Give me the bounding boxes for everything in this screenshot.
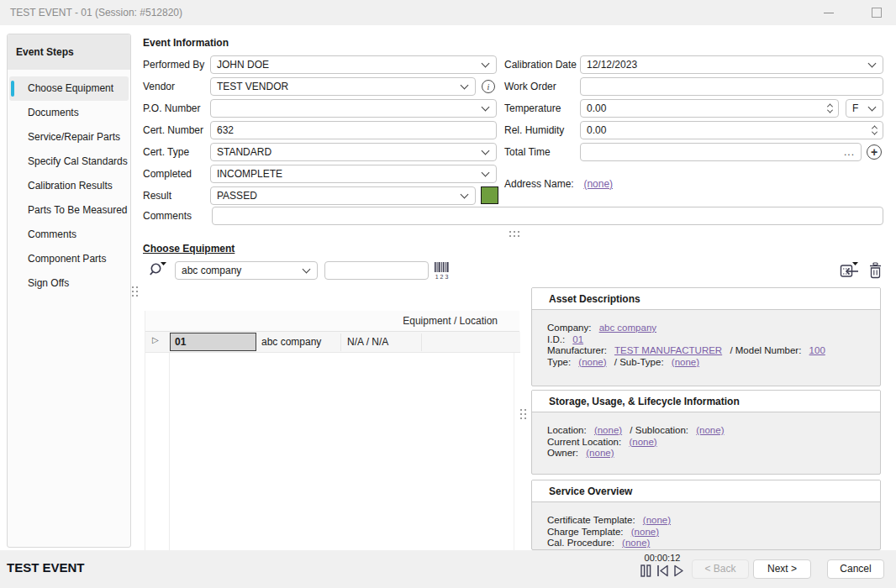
back-button[interactable]: < Back (692, 559, 749, 579)
location-link[interactable]: (none) (594, 425, 622, 435)
event-information-title: Event Information (143, 37, 229, 49)
result-label: Result (143, 186, 171, 205)
performed-by-combobox[interactable]: JOHN DOE (210, 55, 497, 74)
company-link[interactable]: abc company (599, 323, 656, 333)
rel-humidity-spinbox[interactable]: 0.00 (580, 121, 883, 139)
total-time-input[interactable]: ... (580, 143, 862, 161)
chevron-down-icon (303, 265, 311, 273)
comments-label: Comments (143, 207, 192, 225)
row-expander-icon[interactable]: ▷ (152, 335, 159, 344)
spinner-icon[interactable] (828, 103, 832, 113)
sublocation-link[interactable]: (none) (696, 425, 724, 435)
cert-type-label: Cert. Type (143, 143, 189, 161)
sidebar-item-documents[interactable]: Documents (9, 101, 129, 125)
sidebar-item-calibration-results[interactable]: Calibration Results (9, 174, 129, 198)
row-id-cell[interactable]: 01 (170, 333, 256, 351)
equipment-filter-combobox[interactable]: abc company (175, 261, 318, 280)
current-location-link[interactable]: (none) (629, 437, 656, 447)
footer-bar: TEST EVENT 00:00:12 < Back Next > Cancel (0, 550, 896, 588)
equipment-picker-icon[interactable] (840, 261, 861, 279)
panel-splitter-grip[interactable] (520, 409, 526, 419)
cert-type-combobox[interactable]: STANDARD (210, 143, 497, 161)
work-order-label: Work Order (504, 77, 556, 96)
performed-by-label: Performed By (143, 55, 204, 74)
chevron-down-icon (482, 146, 490, 155)
sidebar-item-sign-offs[interactable]: Sign Offs (9, 271, 129, 296)
row-location-cell[interactable]: N/A / N/A (347, 332, 388, 353)
asset-manufacturer-line: Manufacturer: TEST MANUFACTURER / Model … (547, 345, 872, 357)
manufacturer-link[interactable]: TEST MANUFACTURER (614, 345, 722, 355)
comments-input[interactable] (212, 207, 883, 225)
ellipsis-icon[interactable]: ... (844, 148, 855, 156)
storage-location-line: Location: (none) / Sublocation: (none) (547, 425, 872, 437)
po-number-label: P.O. Number (143, 99, 200, 118)
temperature-unit-combobox[interactable]: F (846, 99, 883, 118)
address-name-link[interactable]: (none) (583, 178, 613, 190)
type-link[interactable]: (none) (578, 357, 606, 367)
address-name-label: Address Name: (504, 178, 574, 190)
delete-icon[interactable] (868, 262, 883, 279)
asset-company-line: Company: abc company (547, 323, 872, 334)
minimize-icon[interactable] (824, 13, 834, 13)
sidebar-item-choose-equipment[interactable]: Choose Equipment (9, 76, 129, 101)
work-order-input[interactable] (580, 77, 883, 96)
sidebar-item-component-parts[interactable]: Component Parts (9, 247, 129, 271)
chevron-down-icon (461, 81, 469, 89)
selected-accent-bar (11, 81, 14, 97)
sidebar-splitter-grip[interactable] (132, 286, 138, 297)
chevron-down-icon (868, 102, 877, 111)
equipment-table: Equipment / Location ▷ 01 abc company N/… (145, 311, 519, 550)
row-company-cell[interactable]: abc company (261, 332, 321, 353)
spinner-icon[interactable] (872, 125, 877, 135)
calibration-date-label: Calibration Date (504, 55, 577, 74)
asset-descriptions-panel: Asset Descriptions Company: abc company … (531, 287, 881, 386)
maximize-icon[interactable] (872, 8, 882, 18)
cert-number-input[interactable]: 632 (210, 121, 497, 139)
column-header-equipment-location[interactable]: Equipment / Location (169, 311, 498, 332)
temperature-spinbox[interactable]: 0.00 (580, 99, 839, 118)
rel-humidity-label: Rel. Humidity (504, 121, 564, 139)
sidebar-item-specify-cal-standards[interactable]: Specify Cal Standards (9, 150, 129, 174)
next-button[interactable]: Next > (753, 559, 811, 579)
po-number-combobox[interactable] (210, 99, 497, 118)
owner-link[interactable]: (none) (586, 448, 614, 458)
cancel-button[interactable]: Cancel (827, 559, 884, 579)
asset-descriptions-title: Asset Descriptions (532, 288, 880, 310)
result-combobox[interactable]: PASSED (210, 186, 476, 205)
chevron-down-icon (482, 168, 490, 176)
table-row[interactable]: ▷ 01 abc company N/A / N/A (145, 332, 520, 353)
subtype-link[interactable]: (none) (672, 357, 699, 367)
result-status-swatch (481, 186, 498, 204)
event-steps-sidebar: Event Steps Choose Equipment Documents S… (7, 34, 131, 548)
charge-template-line: Charge Template: (none) (547, 527, 872, 538)
skip-to-start-icon[interactable] (656, 564, 669, 577)
cal-procedure-link[interactable]: (none) (622, 538, 650, 548)
calibration-date-combobox[interactable]: 12/12/2023 (580, 55, 883, 74)
service-overview-title: Service Overview (532, 480, 880, 502)
sidebar-item-parts-to-be-measured[interactable]: Parts To Be Measured (9, 198, 129, 223)
certificate-template-link[interactable]: (none) (643, 515, 671, 525)
model-number-link[interactable]: 100 (809, 345, 825, 355)
vendor-combobox[interactable]: TEST VENDOR (210, 77, 476, 96)
add-time-icon[interactable]: + (867, 144, 882, 160)
pause-icon[interactable] (640, 564, 651, 577)
chevron-down-icon (461, 190, 469, 198)
completed-combobox[interactable]: INCOMPLETE (210, 165, 497, 183)
sidebar-item-comments[interactable]: Comments (9, 223, 129, 247)
equipment-search-input[interactable] (324, 261, 429, 280)
search-icon[interactable] (149, 260, 167, 279)
chevron-down-icon (868, 59, 877, 67)
storage-owner-line: Owner: (none) (547, 448, 872, 459)
charge-template-link[interactable]: (none) (631, 527, 659, 537)
barcode-icon[interactable]: 1 2 3 (434, 261, 451, 280)
sidebar-item-service-repair-parts[interactable]: Service/Repair Parts (9, 125, 129, 150)
storage-panel-title: Storage, Usage, & Lifecycle Information (532, 391, 880, 412)
completed-label: Completed (143, 165, 192, 183)
form-splitter-grip[interactable] (509, 231, 519, 237)
id-link[interactable]: 01 (572, 334, 583, 344)
vendor-info-icon[interactable]: i (482, 80, 495, 93)
play-icon[interactable] (673, 564, 684, 577)
asset-id-line: I.D.: 01 (547, 334, 872, 346)
service-overview-panel: Service Overview Certificate Template: (… (531, 480, 881, 550)
total-time-label: Total Time (504, 143, 551, 161)
